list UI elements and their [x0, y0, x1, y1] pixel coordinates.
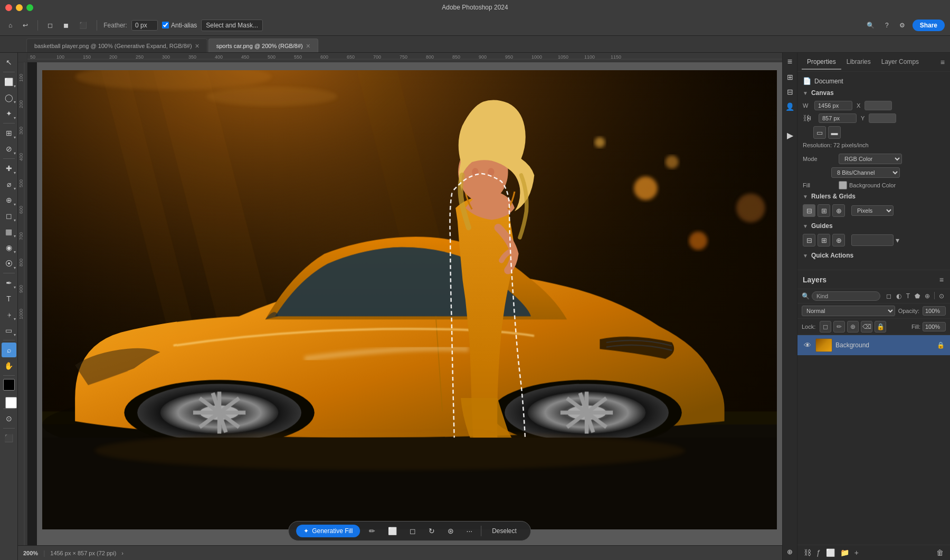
guide-btn-1[interactable]: ⊟ — [803, 234, 815, 246]
rotate-icon-btn[interactable]: ↻ — [424, 525, 439, 537]
eyedropper-tool[interactable]: ⊘▾ — [2, 141, 16, 156]
layer-style-btn[interactable]: ƒ — [814, 547, 823, 558]
rulers-section-header[interactable]: ▼ Rulers & Grids — [803, 193, 945, 200]
shape-tool[interactable]: ▭▾ — [2, 323, 16, 338]
lasso-tool[interactable]: ◯▾ — [2, 90, 16, 105]
rectangle-select-tool[interactable]: ⬜▾ — [2, 74, 16, 89]
color-mode-select[interactable]: RGB Color — [839, 154, 902, 164]
height-input[interactable] — [819, 113, 857, 123]
properties-icon-btn[interactable]: ≡ — [785, 55, 794, 69]
generative-fill-button[interactable]: ✦ Generative Fill — [296, 525, 360, 537]
canvas-viewport[interactable]: ✦ Generative Fill ✏ ⬜ ◻ ↻ ⊛ ··· Deselect — [37, 62, 782, 545]
pencil-icon-btn[interactable]: ✏ — [365, 525, 379, 537]
mode-btn3[interactable]: ⬛ — [76, 21, 90, 30]
guides-icon-btn[interactable]: ⊕ — [832, 204, 845, 217]
x-input[interactable] — [864, 101, 892, 110]
minimize-button[interactable] — [16, 4, 23, 11]
guides-section-header[interactable]: ▼ Guides — [803, 222, 945, 230]
screen-mode-btn[interactable]: ⬛ — [2, 431, 16, 445]
select-and-mask-btn[interactable]: Select and Mask... — [201, 20, 263, 31]
layer-item-background[interactable]: 👁 Background 🔒 — [797, 335, 950, 356]
person-icon-btn[interactable]: 👤 — [783, 100, 796, 113]
tab-basketball[interactable]: basketball player.png @ 100% (Generative… — [26, 39, 207, 52]
help-btn[interactable]: ? — [882, 21, 892, 30]
crop-icon-btn[interactable]: ◻ — [405, 525, 420, 537]
more-btn[interactable]: ⚙ — [896, 21, 908, 30]
brush-tool[interactable]: ⌀▾ — [2, 177, 16, 192]
opacity-input[interactable] — [923, 306, 946, 316]
move-tool[interactable]: ↖ — [2, 55, 16, 70]
more-gen-btn[interactable]: ··· — [462, 525, 477, 537]
mode-btn[interactable]: ◻ — [44, 21, 56, 30]
background-color[interactable] — [5, 397, 17, 409]
lock-artboard-btn[interactable]: ⌫ — [861, 321, 872, 333]
text-tool[interactable]: T — [2, 291, 16, 306]
guide-dropdown-btn[interactable]: ▾ — [896, 236, 899, 244]
layer-filter-kind[interactable]: Kind — [812, 291, 880, 301]
tab-properties[interactable]: Properties — [802, 55, 841, 70]
search-btn[interactable]: 🔍 — [863, 21, 878, 30]
guide-color-swatch[interactable] — [851, 234, 894, 246]
canvas-section-header[interactable]: ▼ Canvas — [803, 89, 945, 97]
magic-wand-tool[interactable]: ✦▾ — [2, 106, 16, 121]
eraser-tool[interactable]: ◻▾ — [2, 208, 16, 223]
filter-type-btn[interactable]: T — [905, 292, 911, 300]
tab-libraries[interactable]: Libraries — [841, 55, 876, 70]
undo-btn[interactable]: ↩ — [20, 21, 31, 30]
gradient-tool[interactable]: ▦▾ — [2, 224, 16, 239]
plugin-icon-btn[interactable]: ⊕ — [785, 546, 795, 558]
warp-icon-btn[interactable]: ⊛ — [443, 525, 458, 537]
mode-btn2[interactable]: ◼ — [60, 21, 72, 30]
tab-sportscar[interactable]: sports car.png @ 200% (RGB/8#) × — [208, 39, 318, 52]
anti-alias-checkbox[interactable]: Anti-alias — [162, 22, 197, 29]
tab-layer-comps[interactable]: Layer Comps — [876, 55, 924, 70]
crop-tool[interactable]: ⊞▾ — [2, 126, 16, 140]
fill-color-swatch[interactable] — [839, 181, 847, 189]
filter-pixel-btn[interactable]: ◻ — [885, 292, 893, 300]
grid-icon-btn[interactable]: ⊞ — [818, 204, 830, 217]
play-icon-btn[interactable]: ▶ — [785, 128, 795, 143]
quick-mask-tool[interactable]: ⊙ — [2, 411, 16, 426]
table-icon-btn[interactable]: ⊟ — [785, 86, 795, 98]
guide-btn-2[interactable]: ⊞ — [818, 234, 830, 246]
layer-visibility-btn[interactable]: 👁 — [803, 341, 812, 349]
portrait-btn[interactable]: ▭ — [813, 126, 826, 139]
link-layers-btn[interactable]: ⛓ — [802, 547, 813, 558]
landscape-btn[interactable]: ▬ — [828, 126, 841, 139]
layers-menu-btn[interactable]: ≡ — [938, 274, 945, 285]
layer-mask-btn[interactable]: ⬜ — [824, 547, 837, 558]
foreground-color[interactable] — [3, 379, 15, 391]
zoom-tool[interactable]: ⌕ — [2, 343, 16, 357]
path-select-tool[interactable]: ⍆▾ — [2, 307, 16, 322]
new-layer-btn[interactable]: + — [852, 547, 861, 558]
y-input[interactable] — [869, 113, 896, 123]
fill-input[interactable] — [923, 322, 946, 331]
lock-position-btn[interactable]: ⊕ — [847, 321, 859, 333]
new-group-btn[interactable]: 📁 — [838, 547, 851, 558]
doc-info-arrow[interactable]: › — [121, 550, 124, 556]
close-button[interactable] — [5, 4, 12, 11]
lock-all-btn[interactable]: 🔒 — [875, 321, 886, 333]
quick-actions-header[interactable]: ▼ Quick Actions — [803, 252, 945, 259]
libraries-icon-btn[interactable]: ⊞ — [785, 71, 795, 83]
feather-input[interactable] — [131, 20, 158, 31]
blur-tool[interactable]: ◉▾ — [2, 240, 16, 255]
ruler-unit-select[interactable]: Pixels — [851, 205, 894, 216]
share-button[interactable]: Share — [913, 20, 945, 31]
transform-icon-btn[interactable]: ⬜ — [384, 525, 401, 537]
width-input[interactable] — [814, 101, 852, 110]
panel-menu-btn[interactable]: ≡ — [939, 57, 946, 68]
pen-tool[interactable]: ✒▾ — [2, 276, 16, 290]
lock-image-btn[interactable]: ✏ — [833, 321, 845, 333]
ruler-icon-btn[interactable]: ⊟ — [803, 204, 815, 217]
dodge-tool[interactable]: ⦿▾ — [2, 256, 16, 271]
filter-adj-btn[interactable]: ◐ — [895, 292, 903, 300]
bits-select[interactable]: 8 Bits/Channel — [831, 167, 900, 178]
blend-mode-select[interactable]: Normal — [802, 306, 895, 316]
lock-pixels-btn[interactable]: ◻ — [820, 321, 831, 333]
home-btn[interactable]: ⌂ — [5, 21, 15, 30]
tab-close-1[interactable]: × — [195, 42, 200, 50]
filter-smart-btn[interactable]: ⊕ — [923, 292, 932, 300]
guide-btn-3[interactable]: ⊕ — [832, 234, 845, 246]
heal-tool[interactable]: ✚▾ — [2, 161, 16, 176]
